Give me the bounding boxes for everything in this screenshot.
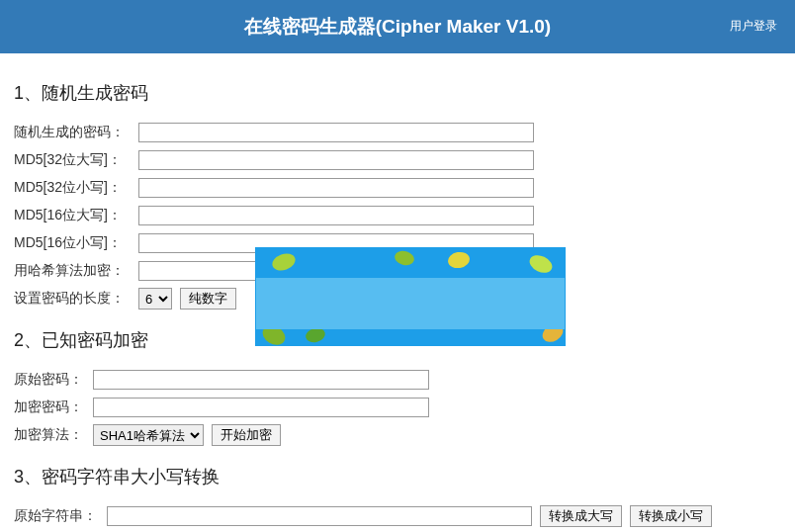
login-link[interactable]: 用户登录 [730, 18, 777, 35]
svg-rect-8 [256, 278, 566, 329]
input-original-pwd[interactable] [93, 370, 429, 390]
label-set-length: 设置密码的长度： [14, 290, 138, 308]
ad-banner [255, 247, 566, 346]
label-encrypted-pwd: 加密密码： [14, 399, 93, 416]
button-to-lower[interactable]: 转换成小写 [630, 505, 712, 527]
select-algorithm[interactable]: SHA1哈希算法 [93, 424, 204, 446]
input-generated[interactable] [138, 123, 534, 142]
input-original-str[interactable] [107, 506, 532, 526]
header: 在线密码生成器(Cipher Maker V1.0) 用户登录 [0, 0, 795, 53]
input-md5-16-upper[interactable] [138, 206, 534, 225]
label-md5-16-upper: MD5[16位大写]： [14, 207, 138, 224]
select-length[interactable]: 6 [138, 288, 172, 310]
label-md5-32-upper: MD5[32位大写]： [14, 151, 138, 169]
input-md5-32-lower[interactable] [138, 178, 534, 198]
label-md5-16-lower: MD5[16位小写]： [14, 234, 138, 252]
label-hash-encrypt: 用哈希算法加密： [14, 262, 138, 280]
label-original-pwd: 原始密码： [14, 371, 93, 389]
section1-title: 1、随机生成密码 [14, 81, 781, 105]
label-generated: 随机生成的密码： [14, 124, 138, 141]
button-pure-digits[interactable]: 纯数字 [180, 288, 236, 310]
input-md5-32-upper[interactable] [138, 150, 534, 170]
button-to-upper[interactable]: 转换成大写 [540, 505, 622, 527]
input-encrypted-pwd[interactable] [93, 398, 429, 417]
label-original-str: 原始字符串： [14, 507, 107, 525]
label-md5-32-lower: MD5[32位小写]： [14, 179, 138, 197]
button-start-encrypt[interactable]: 开始加密 [212, 424, 281, 446]
page-title: 在线密码生成器(Cipher Maker V1.0) [244, 14, 551, 40]
section3-title: 3、密码字符串大小写转换 [14, 465, 781, 488]
label-algorithm: 加密算法： [14, 426, 93, 444]
